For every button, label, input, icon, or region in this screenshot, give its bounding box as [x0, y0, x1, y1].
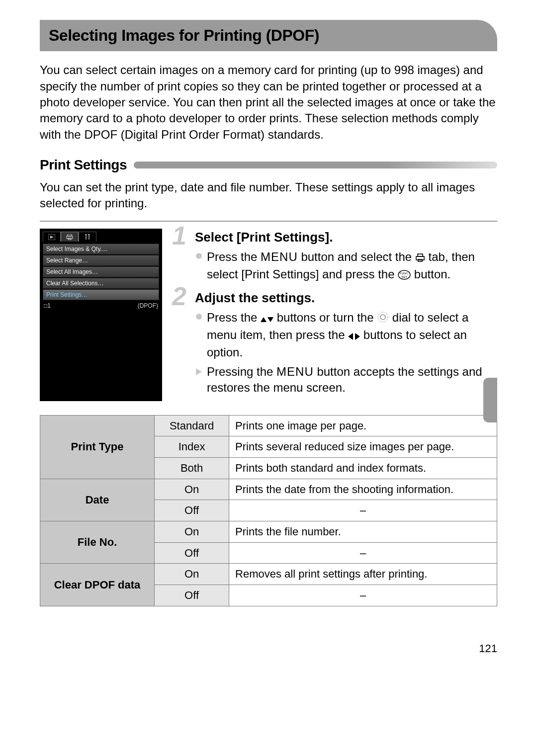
- cam-menu-item: Clear All Selections…: [43, 278, 159, 289]
- svg-text:SET: SET: [401, 275, 407, 278]
- table-desc: Removes all print settings after printin…: [229, 564, 497, 585]
- cam-menu-item: Print Settings…: [43, 289, 159, 300]
- svg-marker-11: [261, 317, 267, 322]
- settings-table: Print TypeStandardPrints one image per p…: [40, 415, 497, 606]
- table-option: On: [155, 479, 229, 500]
- table-row: Clear DPOF dataOnRemoves all print setti…: [40, 564, 497, 585]
- step-number: 2: [172, 283, 186, 309]
- step-bullet: Pressing the MENU button accepts the set…: [195, 364, 497, 396]
- cam-tab-tools: [79, 232, 96, 242]
- table-option: On: [155, 521, 229, 543]
- page-number: 121: [40, 641, 497, 656]
- intro-text: You can select certain images on a memor…: [40, 62, 497, 143]
- table-desc: Prints several reduced size images per p…: [229, 436, 497, 458]
- cam-footer-right: (DPOF): [138, 303, 158, 309]
- menu-button-icon: MENU: [276, 365, 314, 378]
- svg-rect-2: [68, 234, 72, 236]
- cam-menu-item: Select Range…: [43, 255, 159, 266]
- table-row: DateOnPrints the date from the shooting …: [40, 479, 497, 500]
- table-option: Index: [155, 436, 229, 458]
- svg-marker-12: [268, 317, 273, 322]
- subtitle-desc: You can set the print type, date and fil…: [40, 179, 497, 212]
- table-option: Off: [155, 585, 229, 606]
- svg-marker-15: [348, 333, 353, 340]
- step-number: 1: [172, 223, 186, 249]
- side-tab-icon: [483, 378, 497, 422]
- svg-rect-7: [418, 259, 422, 261]
- step-heading: Adjust the settings.: [195, 289, 497, 307]
- table-option: Off: [155, 500, 229, 521]
- cam-tab-play: [43, 232, 61, 242]
- cam-menu-item: Select Images & Qty.…: [43, 244, 159, 254]
- step-bullet: Press the buttons or turn the dial to se…: [195, 310, 497, 361]
- subtitle: Print Settings: [40, 156, 127, 174]
- page-title: Selecting Images for Printing (DPOF): [49, 26, 319, 44]
- func-set-button-icon: FUNC.SET: [398, 268, 411, 284]
- table-category: Print Type: [40, 415, 155, 479]
- table-desc: Prints the date from the shooting inform…: [229, 479, 497, 500]
- table-desc: –: [229, 542, 497, 564]
- table-desc: Prints the file number.: [229, 521, 497, 543]
- svg-point-13: [378, 312, 388, 322]
- step: 1Select [Print Settings].Press the MENU …: [175, 229, 497, 284]
- svg-marker-16: [355, 333, 360, 340]
- table-option: Both: [155, 458, 229, 479]
- svg-point-14: [380, 315, 385, 320]
- table-row: File No.OnPrints the file number.: [40, 521, 497, 543]
- up-down-buttons-icon: [261, 311, 273, 327]
- subtitle-row: Print Settings: [40, 156, 497, 174]
- control-dial-icon: [377, 311, 389, 327]
- cam-menu-item: Select All Images…: [43, 266, 159, 277]
- table-desc: –: [229, 500, 497, 521]
- table-category: File No.: [40, 521, 155, 564]
- table-option: Off: [155, 542, 229, 564]
- steps-block: Select Images & Qty.…Select Range…Select…: [40, 221, 497, 401]
- steps-list: 1Select [Print Settings].Press the MENU …: [175, 229, 497, 401]
- camera-screenshot: Select Images & Qty.…Select Range…Select…: [40, 229, 162, 401]
- step: 2Adjust the settings.Press the buttons o…: [175, 289, 497, 396]
- step-heading: Select [Print Settings].: [195, 229, 497, 246]
- menu-button-icon: MENU: [261, 250, 298, 263]
- print-tab-icon: [415, 251, 425, 266]
- table-option: Standard: [155, 415, 229, 436]
- table-category: Date: [40, 479, 155, 521]
- svg-text:FUNC.: FUNC.: [400, 272, 409, 275]
- step-bullet: Press the MENU button and select the tab…: [195, 249, 497, 284]
- cam-tab-print: [61, 232, 79, 242]
- page-title-bar: Selecting Images for Printing (DPOF): [40, 20, 497, 51]
- table-option: On: [155, 564, 229, 585]
- table-desc: Prints one image per page.: [229, 415, 497, 436]
- subtitle-bar-icon: [134, 162, 497, 168]
- table-row: Print TypeStandardPrints one image per p…: [40, 415, 497, 436]
- left-right-buttons-icon: [348, 329, 360, 344]
- svg-marker-1: [50, 236, 54, 239]
- table-desc: –: [229, 585, 497, 606]
- table-category: Clear DPOF data: [40, 564, 155, 606]
- cam-footer-left: □1: [44, 303, 51, 309]
- table-desc: Prints both standard and index formats.: [229, 458, 497, 479]
